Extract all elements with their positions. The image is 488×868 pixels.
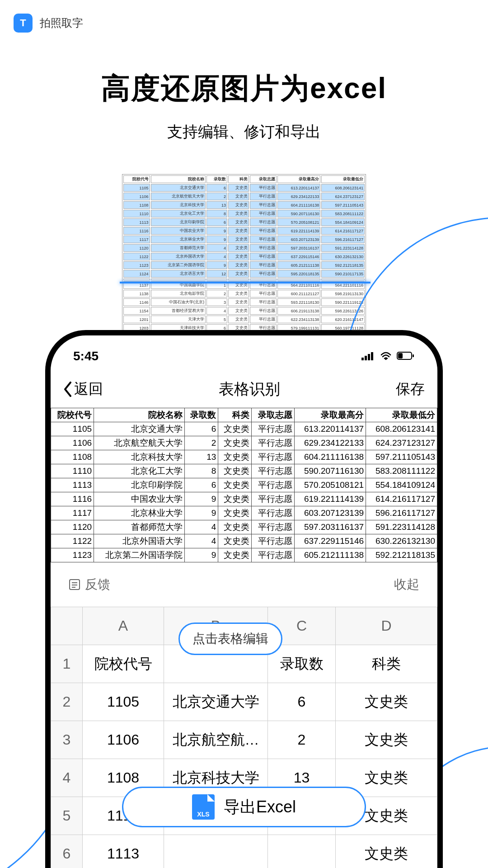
page-title: 表格识别	[219, 379, 280, 400]
grid-cell[interactable]	[164, 835, 268, 868]
grid-cell[interactable]: 文史类	[336, 835, 437, 868]
feedback-button[interactable]: 反馈	[69, 576, 110, 593]
status-time: 5:45	[73, 349, 99, 363]
edit-tooltip: 点击表格编辑	[178, 623, 282, 655]
row-number[interactable]: 1	[51, 645, 83, 683]
svg-rect-7	[413, 354, 414, 357]
collapse-button[interactable]: 收起	[394, 576, 419, 593]
svg-rect-0	[361, 358, 364, 360]
wifi-icon	[380, 349, 392, 363]
app-header: T 拍照取字	[0, 0, 488, 42]
scan-line	[120, 282, 371, 283]
app-name: 拍照取字	[40, 16, 83, 30]
export-excel-button[interactable]: XLS 导出Excel	[122, 787, 366, 827]
back-label: 返回	[74, 379, 103, 399]
column-header[interactable]: A	[83, 607, 164, 645]
recognized-table: 院校代号院校名称录取数科类录取志愿录取最高分录取最低分 1105北京交通大学6文…	[51, 408, 437, 562]
signal-icon	[361, 349, 375, 363]
grid-row: 31106北京航空航…2文史类	[51, 721, 437, 759]
svg-rect-6	[398, 353, 403, 359]
table-row: 1123北京第二外国语学院9文史类平行志愿605.212111138592.21…	[51, 548, 437, 562]
status-bar: 5:45	[51, 335, 437, 368]
row-number[interactable]: 4	[51, 759, 83, 797]
grid-row: 21105北京交通大学6文史类	[51, 683, 437, 721]
export-label: 导出Excel	[224, 796, 296, 818]
headline: 高度还原图片为excel	[0, 69, 488, 108]
row-number[interactable]: 3	[51, 721, 83, 759]
app-icon: T	[14, 14, 33, 33]
row-number[interactable]: 6	[51, 835, 83, 868]
row-number[interactable]: 2	[51, 683, 83, 721]
svg-rect-3	[371, 352, 373, 360]
grid-cell[interactable]: 文史类	[336, 721, 437, 759]
table-row: 1110北京化工大学8文史类平行志愿590.207116130583.20811…	[51, 464, 437, 478]
grid-cell[interactable]: 6	[268, 683, 336, 721]
table-row: 1108北京科技大学13文史类平行志愿604.211116138597.2111…	[51, 450, 437, 464]
grid-cell[interactable]	[268, 835, 336, 868]
feedback-label: 反馈	[85, 576, 110, 593]
grid-cell[interactable]: 录取数	[268, 645, 336, 683]
grid-cell[interactable]: 1105	[83, 683, 164, 721]
save-button[interactable]: 保存	[396, 379, 425, 399]
svg-point-4	[385, 358, 387, 360]
table-row: 1105北京交通大学6文史类平行志愿613.220114137608.20612…	[51, 422, 437, 436]
table-row: 1120首都师范大学4文史类平行志愿597.203116137591.22311…	[51, 520, 437, 534]
battery-icon	[397, 349, 415, 363]
column-header[interactable]: D	[336, 607, 437, 645]
grid-row: 61113文史类	[51, 835, 437, 868]
grid-cell[interactable]: 院校代号	[83, 645, 164, 683]
feedback-icon	[69, 579, 80, 590]
table-row: 1106北京航空航天大学2文史类平行志愿629.234122133624.237…	[51, 436, 437, 450]
subheadline: 支持编辑、修订和导出	[0, 122, 488, 142]
grid-cell[interactable]: 北京航空航…	[164, 721, 268, 759]
table-row: 1122北京外国语大学4文史类平行志愿637.229115146630.2261…	[51, 534, 437, 548]
nav-bar: 返回 表格识别 保存	[51, 368, 437, 408]
grid-cell[interactable]: 科类	[336, 645, 437, 683]
table-row: 1117北京林业大学9文史类平行志愿603.207123139596.21611…	[51, 506, 437, 520]
chevron-left-icon	[63, 382, 72, 397]
svg-rect-1	[365, 356, 367, 360]
back-button[interactable]: 返回	[63, 379, 103, 399]
grid-cell[interactable]: 2	[268, 721, 336, 759]
grid-cell[interactable]: 北京交通大学	[164, 683, 268, 721]
row-number[interactable]: 5	[51, 797, 83, 835]
xls-icon: XLS	[192, 794, 215, 820]
grid-cell[interactable]: 1106	[83, 721, 164, 759]
svg-rect-2	[368, 354, 370, 360]
grid-cell[interactable]: 1113	[83, 835, 164, 868]
table-row: 1116中国农业大学9文史类平行志愿619.221114139614.21611…	[51, 492, 437, 506]
grid-cell[interactable]: 文史类	[336, 683, 437, 721]
feedback-bar: 反馈 收起	[51, 562, 437, 607]
background-scan-table: 院校代号院校名称录取数科类录取志愿录取最高分录取最低分 1105北京交通大学6文…	[122, 174, 366, 342]
table-row: 1113北京印刷学院6文史类平行志愿570.205108121554.18410…	[51, 478, 437, 492]
